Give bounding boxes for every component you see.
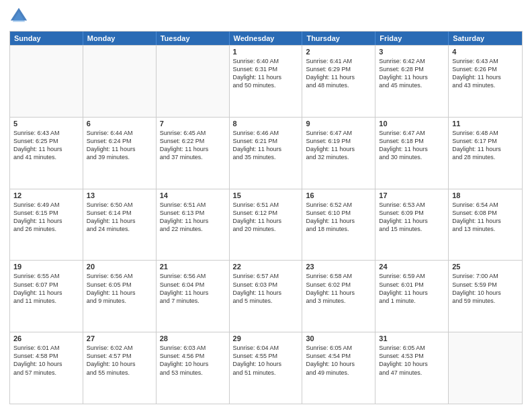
logo-icon bbox=[9, 7, 28, 26]
calendar: SundayMondayTuesdayWednesdayThursdayFrid… bbox=[9, 31, 523, 404]
day-info: Sunrise: 6:49 AM Sunset: 6:15 PM Dayligh… bbox=[13, 201, 79, 234]
calendar-cell: 4Sunrise: 6:43 AM Sunset: 6:26 PM Daylig… bbox=[449, 46, 522, 117]
calendar-cell: 28Sunrise: 6:03 AM Sunset: 4:56 PM Dayli… bbox=[157, 332, 230, 404]
calendar-cell: 3Sunrise: 6:42 AM Sunset: 6:28 PM Daylig… bbox=[375, 46, 449, 117]
day-number: 9 bbox=[306, 120, 371, 128]
day-number: 27 bbox=[87, 334, 152, 342]
calendar-cell: 16Sunrise: 6:52 AM Sunset: 6:10 PM Dayli… bbox=[302, 189, 375, 261]
day-info: Sunrise: 6:43 AM Sunset: 6:26 PM Dayligh… bbox=[452, 57, 519, 90]
header bbox=[9, 7, 523, 26]
calendar-cell bbox=[449, 332, 522, 404]
day-number: 29 bbox=[233, 334, 299, 342]
weekday-header: Sunday bbox=[10, 32, 83, 45]
calendar-cell: 11Sunrise: 6:48 AM Sunset: 6:17 PM Dayli… bbox=[449, 118, 522, 189]
day-number: 20 bbox=[87, 263, 152, 271]
day-number: 28 bbox=[160, 334, 226, 342]
calendar-cell: 22Sunrise: 6:57 AM Sunset: 6:03 PM Dayli… bbox=[230, 261, 303, 332]
calendar-cell: 1Sunrise: 6:40 AM Sunset: 6:31 PM Daylig… bbox=[230, 46, 303, 117]
calendar-row: 26Sunrise: 6:01 AM Sunset: 4:58 PM Dayli… bbox=[10, 332, 522, 404]
day-info: Sunrise: 6:02 AM Sunset: 4:57 PM Dayligh… bbox=[87, 344, 152, 377]
day-number: 24 bbox=[379, 263, 445, 271]
day-info: Sunrise: 6:01 AM Sunset: 4:58 PM Dayligh… bbox=[13, 344, 79, 377]
calendar-row: 12Sunrise: 6:49 AM Sunset: 6:15 PM Dayli… bbox=[10, 189, 522, 261]
calendar-cell: 27Sunrise: 6:02 AM Sunset: 4:57 PM Dayli… bbox=[83, 332, 157, 404]
calendar-cell: 13Sunrise: 6:50 AM Sunset: 6:14 PM Dayli… bbox=[83, 189, 157, 261]
day-info: Sunrise: 6:59 AM Sunset: 6:01 PM Dayligh… bbox=[379, 272, 445, 305]
calendar-row: 1Sunrise: 6:40 AM Sunset: 6:31 PM Daylig… bbox=[10, 45, 522, 117]
day-number: 11 bbox=[452, 120, 519, 128]
day-number: 15 bbox=[233, 191, 299, 199]
day-info: Sunrise: 6:52 AM Sunset: 6:10 PM Dayligh… bbox=[306, 201, 371, 234]
day-info: Sunrise: 6:45 AM Sunset: 6:22 PM Dayligh… bbox=[160, 129, 226, 162]
day-number: 6 bbox=[87, 120, 152, 128]
calendar-cell: 15Sunrise: 6:51 AM Sunset: 6:12 PM Dayli… bbox=[230, 189, 303, 261]
calendar-cell: 25Sunrise: 7:00 AM Sunset: 5:59 PM Dayli… bbox=[449, 261, 522, 332]
calendar-cell: 9Sunrise: 6:47 AM Sunset: 6:19 PM Daylig… bbox=[302, 118, 375, 189]
day-info: Sunrise: 6:43 AM Sunset: 6:25 PM Dayligh… bbox=[13, 129, 79, 162]
calendar-cell: 20Sunrise: 6:56 AM Sunset: 6:05 PM Dayli… bbox=[83, 261, 157, 332]
calendar-cell: 7Sunrise: 6:45 AM Sunset: 6:22 PM Daylig… bbox=[157, 118, 230, 189]
day-info: Sunrise: 6:55 AM Sunset: 6:07 PM Dayligh… bbox=[13, 272, 79, 305]
day-info: Sunrise: 6:47 AM Sunset: 6:19 PM Dayligh… bbox=[306, 129, 371, 162]
calendar-body: 1Sunrise: 6:40 AM Sunset: 6:31 PM Daylig… bbox=[10, 45, 522, 404]
day-number: 5 bbox=[13, 120, 79, 128]
calendar-cell: 30Sunrise: 6:05 AM Sunset: 4:54 PM Dayli… bbox=[302, 332, 375, 404]
day-number: 4 bbox=[452, 48, 519, 56]
day-number: 16 bbox=[306, 191, 371, 199]
weekday-header: Tuesday bbox=[157, 32, 230, 45]
calendar-cell: 23Sunrise: 6:58 AM Sunset: 6:02 PM Dayli… bbox=[302, 261, 375, 332]
day-number: 19 bbox=[13, 263, 79, 271]
day-number: 17 bbox=[379, 191, 445, 199]
day-info: Sunrise: 6:42 AM Sunset: 6:28 PM Dayligh… bbox=[379, 57, 445, 90]
calendar-cell bbox=[157, 46, 230, 117]
day-number: 26 bbox=[13, 334, 79, 342]
calendar-cell: 17Sunrise: 6:53 AM Sunset: 6:09 PM Dayli… bbox=[375, 189, 449, 261]
weekday-header: Friday bbox=[375, 32, 449, 45]
day-number: 1 bbox=[233, 48, 299, 56]
page: SundayMondayTuesdayWednesdayThursdayFrid… bbox=[0, 0, 532, 411]
day-number: 14 bbox=[160, 191, 226, 199]
weekday-header: Saturday bbox=[449, 32, 522, 45]
day-number: 23 bbox=[306, 263, 371, 271]
day-info: Sunrise: 6:53 AM Sunset: 6:09 PM Dayligh… bbox=[379, 201, 445, 234]
day-number: 2 bbox=[306, 48, 371, 56]
calendar-row: 19Sunrise: 6:55 AM Sunset: 6:07 PM Dayli… bbox=[10, 260, 522, 332]
day-info: Sunrise: 6:48 AM Sunset: 6:17 PM Dayligh… bbox=[452, 129, 519, 162]
calendar-cell: 24Sunrise: 6:59 AM Sunset: 6:01 PM Dayli… bbox=[375, 261, 449, 332]
weekday-header: Thursday bbox=[302, 32, 375, 45]
calendar-row: 5Sunrise: 6:43 AM Sunset: 6:25 PM Daylig… bbox=[10, 117, 522, 189]
day-info: Sunrise: 6:04 AM Sunset: 4:55 PM Dayligh… bbox=[233, 344, 299, 377]
calendar-cell: 21Sunrise: 6:56 AM Sunset: 6:04 PM Dayli… bbox=[157, 261, 230, 332]
day-number: 13 bbox=[87, 191, 152, 199]
day-number: 18 bbox=[452, 191, 519, 199]
day-info: Sunrise: 6:50 AM Sunset: 6:14 PM Dayligh… bbox=[87, 201, 152, 234]
day-info: Sunrise: 6:51 AM Sunset: 6:13 PM Dayligh… bbox=[160, 201, 226, 234]
calendar-cell: 8Sunrise: 6:46 AM Sunset: 6:21 PM Daylig… bbox=[230, 118, 303, 189]
day-number: 8 bbox=[233, 120, 299, 128]
day-number: 7 bbox=[160, 120, 226, 128]
day-number: 22 bbox=[233, 263, 299, 271]
calendar-cell: 31Sunrise: 6:05 AM Sunset: 4:53 PM Dayli… bbox=[375, 332, 449, 404]
calendar-cell: 5Sunrise: 6:43 AM Sunset: 6:25 PM Daylig… bbox=[10, 118, 83, 189]
weekday-header: Monday bbox=[83, 32, 157, 45]
day-number: 30 bbox=[306, 334, 371, 342]
calendar-cell: 26Sunrise: 6:01 AM Sunset: 4:58 PM Dayli… bbox=[10, 332, 83, 404]
day-info: Sunrise: 7:00 AM Sunset: 5:59 PM Dayligh… bbox=[452, 272, 519, 305]
calendar-cell: 29Sunrise: 6:04 AM Sunset: 4:55 PM Dayli… bbox=[230, 332, 303, 404]
calendar-cell: 14Sunrise: 6:51 AM Sunset: 6:13 PM Dayli… bbox=[157, 189, 230, 261]
day-number: 12 bbox=[13, 191, 79, 199]
day-info: Sunrise: 6:44 AM Sunset: 6:24 PM Dayligh… bbox=[87, 129, 152, 162]
day-info: Sunrise: 6:58 AM Sunset: 6:02 PM Dayligh… bbox=[306, 272, 371, 305]
day-info: Sunrise: 6:40 AM Sunset: 6:31 PM Dayligh… bbox=[233, 57, 299, 90]
day-number: 3 bbox=[379, 48, 445, 56]
day-info: Sunrise: 6:47 AM Sunset: 6:18 PM Dayligh… bbox=[379, 129, 445, 162]
calendar-cell: 19Sunrise: 6:55 AM Sunset: 6:07 PM Dayli… bbox=[10, 261, 83, 332]
day-number: 31 bbox=[379, 334, 445, 342]
calendar-cell bbox=[83, 46, 157, 117]
calendar-cell: 18Sunrise: 6:54 AM Sunset: 6:08 PM Dayli… bbox=[449, 189, 522, 261]
calendar-cell: 10Sunrise: 6:47 AM Sunset: 6:18 PM Dayli… bbox=[375, 118, 449, 189]
day-info: Sunrise: 6:51 AM Sunset: 6:12 PM Dayligh… bbox=[233, 201, 299, 234]
day-info: Sunrise: 6:05 AM Sunset: 4:53 PM Dayligh… bbox=[379, 344, 445, 377]
day-number: 25 bbox=[452, 263, 519, 271]
calendar-cell bbox=[10, 46, 83, 117]
